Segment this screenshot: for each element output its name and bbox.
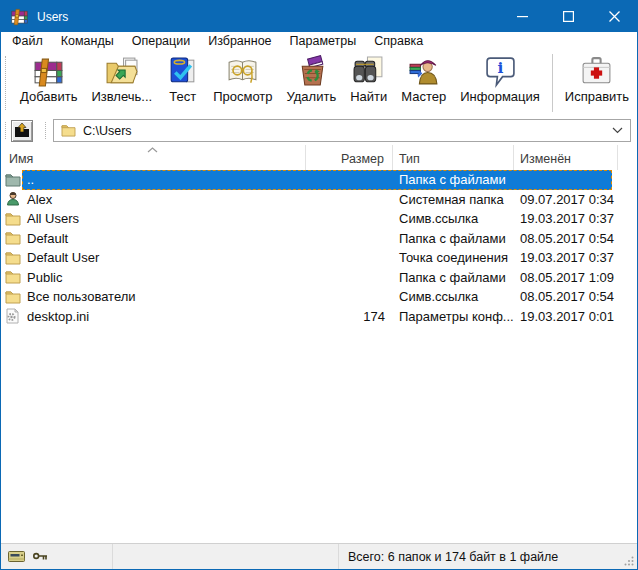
address-folder-icon xyxy=(61,124,76,137)
extract-icon xyxy=(105,55,138,88)
close-button[interactable] xyxy=(591,1,637,32)
find-button[interactable]: Найти xyxy=(343,50,394,104)
add-archive-icon xyxy=(32,55,65,88)
chevron-down-icon[interactable] xyxy=(612,127,623,134)
table-row-alex[interactable]: Alex Системная папка 09.07.2017 0:34 xyxy=(1,190,637,210)
file-name: Default xyxy=(27,231,68,246)
address-path[interactable]: C:\Users xyxy=(83,124,612,138)
window-controls xyxy=(499,1,637,32)
minimize-icon xyxy=(517,11,528,22)
column-header-filler xyxy=(618,145,637,170)
folder-icon xyxy=(5,230,21,246)
test-button[interactable]: Тест xyxy=(159,50,206,104)
maximize-button[interactable] xyxy=(545,1,591,32)
view-button-label: Просмотр xyxy=(213,89,272,104)
folder-icon xyxy=(5,269,21,285)
address-combobox[interactable]: C:\Users xyxy=(53,119,631,142)
statusbar-icons-section xyxy=(1,544,113,569)
folder-icon xyxy=(5,211,21,227)
file-name: Все пользователи xyxy=(27,289,136,304)
wizard-button-label: Мастер xyxy=(401,89,446,104)
delete-button[interactable]: Удалить xyxy=(280,50,344,104)
file-modified: 19.03.2017 0:37 xyxy=(514,211,618,226)
view-icon xyxy=(226,55,259,88)
file-type: Параметры конф... xyxy=(393,309,514,324)
up-one-level-button[interactable] xyxy=(11,120,33,142)
column-header-name[interactable]: Имя xyxy=(1,145,306,170)
folder-icon xyxy=(5,289,21,305)
delete-icon xyxy=(295,55,328,88)
file-type: Папка с файлами xyxy=(393,231,514,246)
winrar-app-icon xyxy=(10,7,29,26)
column-header-name-label: Имя xyxy=(9,152,33,166)
table-row-all-users[interactable]: All Users Симв.ссылка 19.03.2017 0:37 xyxy=(1,209,637,229)
table-row-up-dir[interactable]: .. Папка с файлами xyxy=(1,170,637,190)
svg-text:i: i xyxy=(497,58,503,77)
file-type: Папка с файлами xyxy=(393,270,514,285)
disk-icon[interactable] xyxy=(8,550,26,563)
column-header-modified-label: Изменён xyxy=(520,152,571,166)
info-icon: i xyxy=(484,55,517,88)
file-name: All Users xyxy=(27,211,79,226)
address-bar: C:\Users xyxy=(1,116,637,145)
info-button[interactable]: i Информация xyxy=(453,50,547,104)
table-row-desktop-ini[interactable]: desktop.ini 174 Параметры конф... 19.03.… xyxy=(1,307,637,327)
menu-options[interactable]: Параметры xyxy=(281,33,366,49)
test-icon xyxy=(166,55,199,88)
column-header-size[interactable]: Размер xyxy=(306,145,393,170)
file-name: Public xyxy=(27,270,62,285)
statusbar-middle-section xyxy=(113,544,339,569)
menu-operations[interactable]: Операции xyxy=(123,33,199,49)
view-button[interactable]: Просмотр xyxy=(206,50,279,104)
repair-button[interactable]: Исправить xyxy=(558,50,636,104)
table-row-default[interactable]: Default Папка с файлами 08.05.2017 0:54 xyxy=(1,229,637,249)
file-modified: 08.05.2017 0:54 xyxy=(514,289,618,304)
sort-asc-icon xyxy=(147,147,158,153)
key-icon[interactable] xyxy=(33,551,48,562)
minimize-button[interactable] xyxy=(499,1,545,32)
menu-bar: Файл Команды Операции Избранное Параметр… xyxy=(1,32,637,50)
toolbar: Добавить Извлечь... Тест xyxy=(1,50,637,116)
column-header-modified[interactable]: Изменён xyxy=(514,145,618,170)
close-icon xyxy=(609,11,620,22)
table-row-public[interactable]: Public Папка с файлами 08.05.2017 1:09 xyxy=(1,268,637,288)
ini-file-icon xyxy=(5,308,21,324)
up-toolbar-gripper[interactable] xyxy=(5,122,6,139)
file-name: desktop.ini xyxy=(27,309,89,324)
file-type: Папка с файлами xyxy=(393,172,514,187)
test-button-label: Тест xyxy=(169,89,196,104)
menu-help[interactable]: Справка xyxy=(365,33,432,49)
wizard-button[interactable]: Мастер xyxy=(394,50,453,104)
add-button[interactable]: Добавить xyxy=(13,50,84,104)
address-gripper[interactable] xyxy=(45,122,46,139)
resize-grip[interactable] xyxy=(624,556,634,566)
file-name: Alex xyxy=(27,192,52,207)
folder-up-icon xyxy=(5,172,21,188)
folder-up-arrow-icon xyxy=(14,123,30,138)
column-header-type[interactable]: Тип xyxy=(393,145,514,170)
file-type: Симв.ссылка xyxy=(393,289,514,304)
menu-favorites[interactable]: Избранное xyxy=(199,33,280,49)
info-button-label: Информация xyxy=(460,89,540,104)
column-header-size-label: Размер xyxy=(341,152,384,166)
add-button-label: Добавить xyxy=(20,89,77,104)
file-modified: 08.05.2017 1:09 xyxy=(514,270,618,285)
folder-icon xyxy=(5,250,21,266)
delete-button-label: Удалить xyxy=(287,89,337,104)
toolbar-gripper[interactable] xyxy=(5,56,6,110)
extract-button[interactable]: Извлечь... xyxy=(84,50,159,104)
table-row-vse-polzovateli[interactable]: Все пользователи Симв.ссылка 08.05.2017 … xyxy=(1,287,637,307)
menu-file[interactable]: Файл xyxy=(3,33,52,49)
status-bar: Всего: 6 папок и 174 байт в 1 файле xyxy=(1,543,637,569)
title-bar: Users xyxy=(1,1,637,32)
window-title: Users xyxy=(37,10,499,24)
file-name: Default User xyxy=(27,250,99,265)
file-modified: 08.05.2017 0:54 xyxy=(514,231,618,246)
statusbar-total: Всего: 6 папок и 174 байт в 1 файле xyxy=(339,550,637,564)
menu-commands[interactable]: Команды xyxy=(52,33,123,49)
file-type: Системная папка xyxy=(393,192,514,207)
extract-button-label: Извлечь... xyxy=(91,89,152,104)
list-header: Имя Размер Тип Изменён xyxy=(1,145,637,170)
file-list: .. Папка с файлами Alex Системная папка … xyxy=(1,170,637,543)
table-row-default-user[interactable]: Default User Точка соединения 19.03.2017… xyxy=(1,248,637,268)
